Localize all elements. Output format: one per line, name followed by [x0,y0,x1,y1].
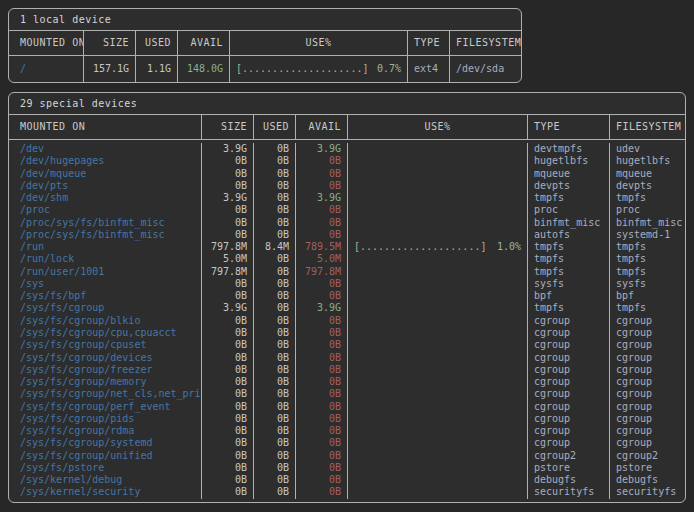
cell-mounted-on: /run [9,241,201,253]
cell-mounted-on: /dev/hugepages [9,155,201,167]
cell-use-percent [347,450,527,462]
cell-avail: 0B [295,278,347,290]
cell-avail: 0B [295,180,347,192]
usage-bar: [....................] [236,56,368,82]
filesystem-row: /sys/fs/bpf0B0B0Bbpfbpf [9,290,685,302]
cell-type: debugfs [527,474,609,486]
cell-type: cgroup2 [527,450,609,462]
cell-use-percent [347,437,527,449]
cell-mounted-on: /sys/fs/cgroup/cpuset [9,339,201,351]
cell-used: 0B [253,229,295,241]
cell-use-percent [347,327,527,339]
cell-avail: 0B [295,462,347,474]
cell-filesystem: devpts [609,180,685,192]
cell-filesystem: sysfs [609,278,685,290]
column-header-avail: AVAIL [295,115,347,139]
cell-used: 0B [253,425,295,437]
cell-size: 0B [201,217,253,229]
cell-mounted-on: /sys/fs/pstore [9,462,201,474]
cell-filesystem: hugetlbfs [609,155,685,167]
cell-filesystem: cgroup [609,437,685,449]
filesystem-row: /sys/fs/cgroup/perf_event0B0B0Bcgroupcgr… [9,401,685,413]
cell-avail: 3.9G [295,143,347,155]
cell-filesystem: mqueue [609,168,685,180]
cell-type: sysfs [527,278,609,290]
cell-avail: 0B [295,376,347,388]
cell-filesystem: debugfs [609,474,685,486]
column-header-size: SIZE [201,115,253,139]
cell-mounted-on: /sys/fs/cgroup/unified [9,450,201,462]
cell-size: 0B [201,278,253,290]
cell-use-percent [347,253,527,265]
cell-avail: 0B [295,315,347,327]
cell-size: 3.9G [201,143,253,155]
cell-mounted-on: /sys/fs/cgroup/freezer [9,364,201,376]
terminal-screen: { "colors": { "page_bg": "#272727", "tab… [0,0,694,512]
cell-filesystem: securityfs [609,486,685,498]
cell-size: 0B [201,474,253,486]
local-devices-table-title: 1 local device [9,9,521,31]
cell-used: 0B [253,450,295,462]
cell-mounted-on: /sys/fs/cgroup/cpu,cpuacct [9,327,201,339]
cell-used: 0B [253,204,295,216]
cell-use-percent [347,462,527,474]
cell-type: cgroup [527,401,609,413]
cell-avail: 0B [295,155,347,167]
cell-used: 0B [253,143,295,155]
cell-avail: 0B [295,401,347,413]
filesystem-row: /dev3.9G0B3.9Gdevtmpfsudev [9,143,685,155]
filesystem-row: /157.1G1.1G148.0G[....................]0… [9,56,521,82]
cell-used: 8.4M [253,241,295,253]
cell-type: cgroup [527,425,609,437]
filesystem-row: /sys/fs/cgroup/blkio0B0B0Bcgroupcgroup [9,315,685,327]
cell-avail: 0B [295,486,347,498]
cell-filesystem: cgroup [609,388,685,400]
cell-filesystem: bpf [609,290,685,302]
cell-filesystem: cgroup [609,352,685,364]
cell-used: 0B [253,388,295,400]
cell-avail: 3.9G [295,192,347,204]
cell-size: 797.8M [201,266,253,278]
cell-size: 0B [201,168,253,180]
cell-use-percent [347,217,527,229]
cell-mounted-on: /run/lock [9,253,201,265]
cell-filesystem: cgroup [609,364,685,376]
cell-use-percent [347,266,527,278]
cell-type: binfmt_misc [527,217,609,229]
cell-mounted-on: / [9,56,83,82]
cell-size: 797.8M [201,241,253,253]
cell-size: 157.1G [83,56,135,82]
special-devices-table-header-row: MOUNTED ONSIZEUSEDAVAILUSE%TYPEFILESYSTE… [9,115,685,140]
usage-bar: [....................] [354,241,486,253]
column-header-used: USED [253,115,295,139]
cell-used: 0B [253,462,295,474]
cell-use-percent [347,143,527,155]
cell-type: cgroup [527,339,609,351]
filesystem-row: /sys/fs/pstore0B0B0Bpstorepstore [9,462,685,474]
cell-filesystem: cgroup [609,413,685,425]
local-devices-table-body: /157.1G1.1G148.0G[....................]0… [9,56,521,82]
column-header-filesystem: FILESYSTEM [609,115,685,139]
filesystem-row: /sys/fs/cgroup3.9G0B3.9Gtmpfstmpfs [9,302,685,314]
cell-use-percent [347,168,527,180]
cell-avail: 789.5M [295,241,347,253]
cell-mounted-on: /sys/kernel/debug [9,474,201,486]
cell-used: 0B [253,192,295,204]
filesystem-row: /dev/hugepages0B0B0Bhugetlbfshugetlbfs [9,155,685,167]
cell-filesystem: cgroup [609,376,685,388]
cell-size: 0B [201,180,253,192]
cell-use-percent [347,425,527,437]
cell-mounted-on: /sys/fs/bpf [9,290,201,302]
cell-type: proc [527,204,609,216]
cell-use-percent: [....................]0.7% [229,56,407,82]
cell-avail: 0B [295,474,347,486]
cell-use-percent [347,302,527,314]
cell-mounted-on: /dev/shm [9,192,201,204]
cell-type: tmpfs [527,266,609,278]
filesystem-row: /sys/fs/cgroup/rdma0B0B0Bcgroupcgroup [9,425,685,437]
cell-size: 0B [201,425,253,437]
special-devices-table-body: /dev3.9G0B3.9Gdevtmpfsudev/dev/hugepages… [9,140,685,502]
cell-type: devtmpfs [527,143,609,155]
cell-avail: 0B [295,204,347,216]
cell-used: 0B [253,290,295,302]
